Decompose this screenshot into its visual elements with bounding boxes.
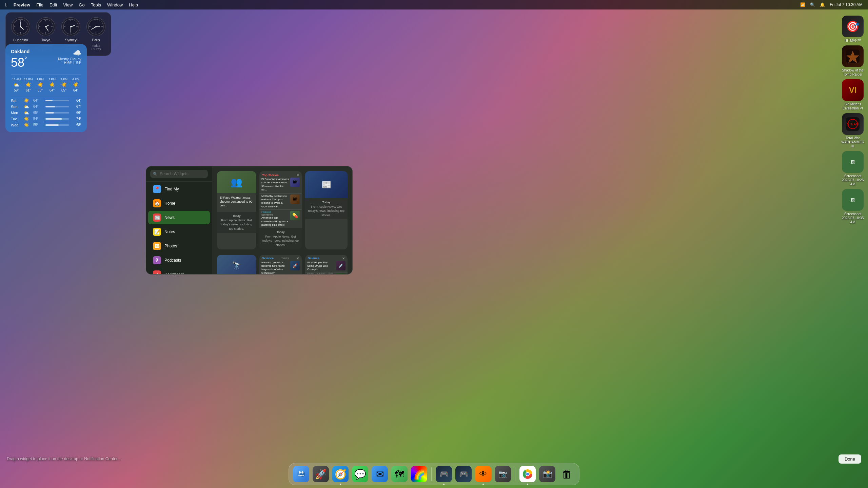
screenshot2-icon: 🖼 xyxy=(842,189,864,211)
dock-chrome[interactable] xyxy=(519,465,536,483)
weather-hour-12pm: 12 PM ☀️ 61° xyxy=(23,78,34,92)
news-card-large-1[interactable]: 👥 El Paso Walmart mass shooter sentenced… xyxy=(217,171,256,249)
weather-hour-1pm: 1 PM ☀️ 63° xyxy=(35,78,46,92)
desktop-background xyxy=(0,0,868,488)
right-sidebar: 🎯 HITMAN™ Shadow of the Tomb Raider VI S… xyxy=(837,12,868,228)
clock-face-tokyo xyxy=(36,17,55,36)
news-card-image-1: 👥 xyxy=(217,171,256,193)
gallery-icon: 📸 xyxy=(539,466,555,482)
svg-point-7 xyxy=(20,26,21,27)
news-science-story-1: Harvard professor believes he's found fr… xyxy=(259,261,302,274)
weather-day-sun: Sun ⛅ 64° 67° xyxy=(11,104,81,109)
svg-point-31 xyxy=(95,26,97,27)
widget-list-item-photos[interactable]: 🖼 Photos xyxy=(148,239,210,253)
screenshot-tool-icon: 📷 xyxy=(495,466,511,482)
weather-hour-3pm: 3 PM ☀️ 65° xyxy=(58,78,70,92)
sidebar-app-warhammer[interactable]: STEAM Total War WARHAMMER III xyxy=(841,113,865,148)
dock-finder[interactable] xyxy=(292,465,310,483)
sidebar-app-hitman[interactable]: 🎯 HITMAN™ xyxy=(841,16,865,43)
menu-help[interactable]: Help xyxy=(129,2,138,7)
dock-preview[interactable]: 👁 xyxy=(474,465,492,483)
dock-photos[interactable]: 🌈 xyxy=(410,465,428,483)
screenshot1-label: Screenshot 2023-07...8:26 AM xyxy=(841,174,865,186)
menu-file[interactable]: File xyxy=(36,2,43,7)
steam-2-icon: 🎮 xyxy=(455,466,472,482)
sidebar-app-screenshot2[interactable]: 🖼 Screenshot 2023-07...8:35 AM xyxy=(841,189,865,224)
dock: 🚀 🧭 💬 ✉ 🗺 🌈 🎮 🎮 👁 📷 xyxy=(289,463,579,485)
clock-face-cupertino xyxy=(11,17,30,36)
widget-search-input[interactable] xyxy=(150,170,208,178)
news-card-clean-image: 📰 xyxy=(305,171,348,198)
dock-messages[interactable]: 💬 xyxy=(351,465,369,483)
dock-gallery[interactable]: 📸 xyxy=(538,465,556,483)
notification-icon[interactable]: 🔔 xyxy=(820,2,825,7)
clock-face-paris xyxy=(86,17,105,36)
widget-list-item-home[interactable]: 🏠 Home xyxy=(148,197,210,210)
widget-list-item-findmy[interactable]: 📍 Find My xyxy=(148,182,210,196)
news-card-multi-1[interactable]: Top Stories ✕ El Paso Walmart mass shoot… xyxy=(259,171,302,249)
weather-hour-11am: 11 AM ⛅ 59° xyxy=(11,78,22,92)
clock-sub-paris: Today+8HRS xyxy=(91,44,101,51)
sidebar-app-shadow-tomb[interactable]: Shadow of the Tomb Raider xyxy=(841,45,865,77)
dock-launchpad[interactable]: 🚀 xyxy=(312,465,330,483)
weather-city: Oakland xyxy=(11,49,29,54)
clock-label-cupertino: Cupertino xyxy=(13,38,28,42)
menu-tools[interactable]: Tools xyxy=(91,2,101,7)
svg-point-15 xyxy=(45,26,46,27)
news-badge-top-stories: Top Stories xyxy=(262,174,279,177)
preview-dot xyxy=(482,484,484,485)
news-card-science-1[interactable]: Science 7/6/23 ✕ Harvard professor belie… xyxy=(259,255,302,274)
news-card-clean-1[interactable]: 📰 Today From Apple News: Get today's new… xyxy=(305,171,348,249)
menu-window[interactable]: Window xyxy=(107,2,123,7)
dock-steam-2[interactable]: 🎮 xyxy=(455,465,472,483)
reminders-icon: ✓ xyxy=(153,270,161,274)
warhammer-label: Total War WARHAMMER III xyxy=(841,136,865,148)
news-card-science-2[interactable]: Science ✕ Why People Stop Using Drugs Li… xyxy=(305,255,348,274)
svg-point-40 xyxy=(299,471,301,474)
steam-dot xyxy=(443,484,445,485)
news-close-btn-2[interactable]: ✕ xyxy=(296,257,299,260)
wifi-icon[interactable]: 📶 xyxy=(800,2,805,7)
news-card-footer-1: Today From Apple News: Get today's news,… xyxy=(217,212,256,233)
warhammer-icon: STEAM xyxy=(842,113,864,135)
photos-label: Photos xyxy=(164,244,177,248)
dock-screenshot-tool[interactable]: 📷 xyxy=(494,465,512,483)
weather-day-mon: Mon ⛅ 65° 66° xyxy=(11,110,81,115)
launchpad-icon: 🚀 xyxy=(313,466,329,482)
search-icon[interactable]: 🔍 xyxy=(810,2,815,7)
safari-dot xyxy=(340,484,341,485)
news-top-row: 👥 El Paso Walmart mass shooter sentenced… xyxy=(217,171,348,249)
menu-preview[interactable]: Preview xyxy=(14,2,30,7)
sidebar-app-screenshot1[interactable]: 🖼 Screenshot 2023-07...8:26 AM xyxy=(841,151,865,186)
news-bottom-row: 🔭 Harvard professor believes he's found … xyxy=(217,255,348,274)
widget-content-area: 👥 El Paso Walmart mass shooter sentenced… xyxy=(212,166,352,274)
widget-done-button[interactable]: Done xyxy=(839,454,861,464)
dock-maps[interactable]: 🗺 xyxy=(391,465,408,483)
news-close-btn-3[interactable]: ✕ xyxy=(342,257,345,260)
menu-go[interactable]: Go xyxy=(79,2,84,7)
chrome-dot xyxy=(527,484,528,485)
weather-header: Oakland 58° ☁️ Mostly Cloudy H:66° L:54° xyxy=(11,49,81,71)
widget-list-item-news[interactable]: 📰 News xyxy=(148,211,210,224)
news-close-btn[interactable]: ✕ xyxy=(296,173,299,177)
news-card-footer-2: Today From Apple News: Get today's news,… xyxy=(259,228,302,249)
menu-edit[interactable]: Edit xyxy=(50,2,57,7)
widget-list-item-reminders[interactable]: ✓ Reminders xyxy=(148,268,210,274)
civ6-label: Sid Meier's Civilization VI xyxy=(841,102,865,110)
clock-display: Fri Jul 7 10:30 AM xyxy=(830,2,863,7)
chrome-icon xyxy=(519,466,536,482)
news-card-large-2[interactable]: 🔭 Harvard professor believes he's found … xyxy=(217,255,256,274)
dock-mail[interactable]: ✉ xyxy=(371,465,389,483)
menu-view[interactable]: View xyxy=(63,2,73,7)
shadow-tomb-icon xyxy=(842,45,864,67)
dock-steam-1[interactable]: 🎮 xyxy=(435,465,453,483)
widget-list-item-podcasts[interactable]: 🎙 Podcasts xyxy=(148,253,210,267)
dock-safari[interactable]: 🧭 xyxy=(332,465,349,483)
sidebar-app-civ6[interactable]: VI Sid Meier's Civilization VI xyxy=(841,79,865,110)
hitman-label: HITMAN™ xyxy=(845,39,861,43)
widget-search-container[interactable]: 🔍 xyxy=(146,166,212,182)
widget-list-item-notes[interactable]: 📝 Notes xyxy=(148,225,210,239)
apple-menu[interactable]:  xyxy=(5,2,7,8)
dock-trash[interactable]: 🗑 xyxy=(558,465,576,483)
weather-condition: Mostly Cloudy xyxy=(58,57,81,61)
